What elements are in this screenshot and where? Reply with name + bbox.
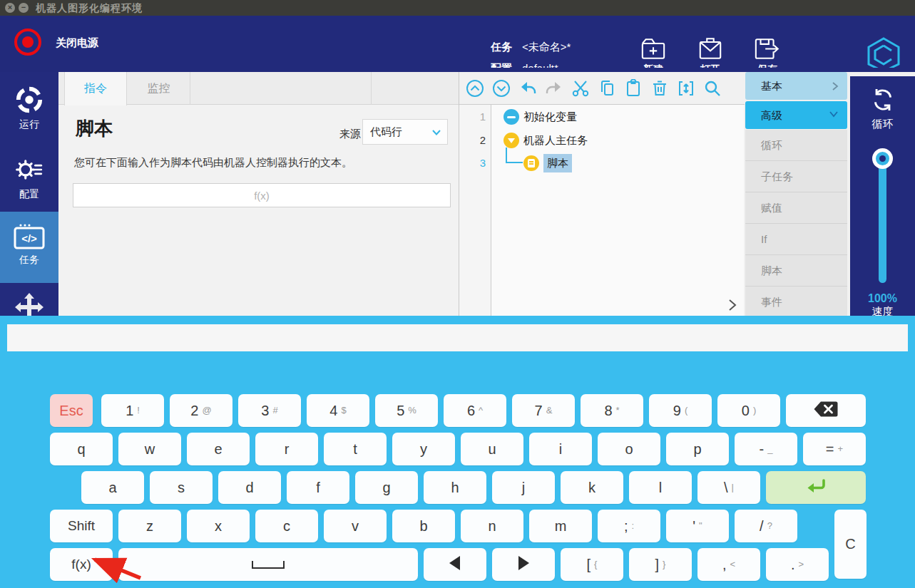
tree-row-selected[interactable]: 脚本	[523, 154, 572, 172]
chevron-right-icon	[832, 81, 839, 91]
key-shift[interactable]: Shift	[50, 510, 113, 542]
key-v[interactable]: v	[324, 510, 387, 542]
key-1[interactable]: 1!	[101, 394, 164, 427]
key-w[interactable]: w	[118, 433, 181, 465]
key-n[interactable]: n	[461, 510, 523, 542]
paste-icon[interactable]	[624, 79, 643, 98]
undo-icon[interactable]	[518, 79, 537, 98]
settings-icon	[0, 155, 58, 185]
key-r[interactable]: r	[255, 433, 318, 465]
key-c[interactable]: C	[834, 510, 867, 579]
key-g[interactable]: g	[355, 471, 418, 504]
key-sub-label: }	[663, 559, 665, 569]
key-2[interactable]: 2@	[170, 394, 232, 427]
key-0[interactable]: 0)	[717, 394, 780, 427]
key-b[interactable]: b	[392, 510, 455, 542]
key-6[interactable]: 6^	[444, 394, 506, 427]
key-a[interactable]: a	[81, 471, 144, 504]
key-enter[interactable]	[766, 471, 866, 504]
key-x[interactable]: x	[187, 510, 250, 542]
key-9[interactable]: 9(	[649, 394, 712, 427]
key-backspace[interactable]	[786, 394, 866, 427]
key-e[interactable]: e	[187, 433, 250, 465]
speed-slider-handle[interactable]	[872, 148, 893, 169]
key-d[interactable]: d	[218, 471, 281, 504]
key-arrow-left[interactable]	[424, 548, 486, 581]
redo-icon[interactable]	[545, 79, 563, 98]
keyboard-text-input[interactable]	[7, 324, 908, 351]
power-button[interactable]	[14, 29, 41, 56]
key-q[interactable]: q	[50, 433, 113, 465]
key-space[interactable]	[118, 548, 418, 581]
category-advanced[interactable]: 高级	[745, 101, 847, 129]
tree-row[interactable]: 初始化变量	[503, 108, 577, 126]
sidebar-item-config[interactable]: 配置	[0, 149, 58, 209]
speed-slider-track[interactable]	[879, 155, 886, 283]
key-slash[interactable]: /?	[735, 510, 797, 542]
expression-input[interactable]	[73, 183, 451, 207]
key-quote[interactable]: '"	[666, 510, 729, 542]
power-label: 关闭电源	[56, 36, 98, 50]
move-down-icon[interactable]	[492, 79, 511, 98]
library-item-if[interactable]: If	[745, 224, 847, 255]
key-arrow-right[interactable]	[492, 548, 555, 581]
key-7[interactable]: 7&	[512, 394, 575, 427]
sidebar-item-run[interactable]: 运行	[0, 79, 58, 139]
key-8[interactable]: 8*	[581, 394, 643, 427]
key-minus[interactable]: -_	[735, 433, 797, 465]
close-icon[interactable]: ×	[5, 3, 15, 13]
key-4[interactable]: 4$	[307, 394, 369, 427]
category-basic[interactable]: 基本	[745, 72, 847, 100]
tab-monitor[interactable]: 监控	[128, 72, 190, 105]
replace-icon[interactable]	[677, 79, 695, 98]
library-item-script[interactable]: 脚本	[745, 255, 847, 287]
move-up-icon[interactable]	[466, 79, 484, 98]
cut-icon[interactable]	[571, 79, 590, 98]
source-dropdown[interactable]: 代码行	[362, 119, 448, 145]
key-p[interactable]: p	[666, 433, 729, 465]
key-y[interactable]: y	[392, 433, 455, 465]
key-sub-label: %	[408, 405, 416, 416]
key-u[interactable]: u	[461, 433, 523, 465]
key-comma[interactable]: ,<	[697, 548, 760, 581]
key-t[interactable]: t	[324, 433, 387, 465]
key-bracket-close[interactable]: ]}	[629, 548, 692, 581]
sidebar-item-task[interactable]: </> 任务	[0, 212, 58, 283]
key-c-letter[interactable]: c	[255, 510, 318, 542]
key-k[interactable]: k	[561, 471, 623, 504]
key-l[interactable]: l	[629, 471, 692, 504]
loop-icon[interactable]	[850, 86, 915, 116]
expand-panel-chevron[interactable]	[728, 299, 737, 314]
library-item-event[interactable]: 事件	[745, 287, 847, 316]
delete-icon[interactable]	[650, 79, 669, 98]
key-m[interactable]: m	[529, 510, 592, 542]
library-item-subtask[interactable]: 子任务	[745, 161, 847, 192]
tree-row[interactable]: 机器人主任务	[503, 131, 588, 150]
copy-icon[interactable]	[598, 79, 616, 98]
key-sub-label: "	[699, 520, 702, 531]
panel-description: 您可在下面输入作为脚本代码由机器人控制器执行的文本。	[74, 156, 352, 170]
key-backslash[interactable]: \|	[697, 471, 760, 504]
key-period[interactable]: .>	[766, 548, 829, 581]
key-label: j	[522, 480, 525, 496]
library-item-loop[interactable]: 循环	[745, 130, 847, 161]
key-h[interactable]: h	[424, 471, 486, 504]
key-z[interactable]: z	[118, 510, 181, 542]
key-i[interactable]: i	[529, 433, 592, 465]
key-3[interactable]: 3#	[238, 394, 301, 427]
key-5[interactable]: 5%	[375, 394, 438, 427]
key-o[interactable]: o	[598, 433, 660, 465]
sidebar-item-move[interactable]	[0, 290, 58, 316]
library-item-assign[interactable]: 赋值	[745, 192, 847, 224]
key-label: m	[555, 518, 567, 535]
key-semicolon[interactable]: ;:	[598, 510, 660, 542]
tab-instruction[interactable]: 指令	[64, 72, 127, 105]
key-bracket-open[interactable]: [{	[561, 548, 623, 581]
search-icon[interactable]	[703, 79, 722, 98]
key-j[interactable]: j	[492, 471, 555, 504]
key-esc[interactable]: Esc	[50, 394, 93, 427]
key-s[interactable]: s	[150, 471, 213, 504]
minimize-icon[interactable]: −	[19, 3, 29, 13]
key-f[interactable]: f	[287, 471, 349, 504]
key-equals[interactable]: =+	[803, 433, 866, 465]
